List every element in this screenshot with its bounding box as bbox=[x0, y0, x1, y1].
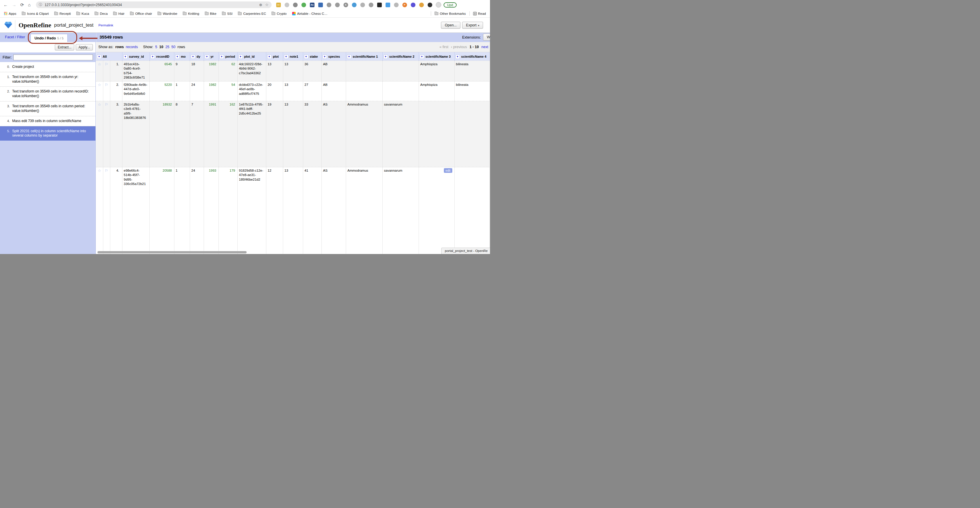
open-button[interactable]: Open... bbox=[441, 22, 460, 29]
bookmark-folder-deca[interactable]: Deca bbox=[95, 12, 108, 15]
reload-icon[interactable]: ⟳ bbox=[20, 2, 24, 8]
screenshot-extension-icon[interactable] bbox=[318, 3, 323, 7]
plant-extension-icon[interactable] bbox=[301, 3, 306, 7]
scroll-extension-icon[interactable] bbox=[285, 3, 289, 7]
skype-extension-icon[interactable]: S bbox=[344, 3, 348, 7]
magnifier-extension-icon[interactable] bbox=[360, 3, 365, 7]
bookmark-folder-hair[interactable]: Hair bbox=[113, 12, 124, 15]
cell-edit-button[interactable]: edit bbox=[444, 168, 452, 173]
bookmark-folder-kuca[interactable]: Kuca bbox=[76, 12, 89, 15]
tab-facet-filter[interactable]: Facet / Filter bbox=[5, 35, 25, 39]
reading-list[interactable]: Read bbox=[473, 12, 486, 15]
bookmark-folder-bike[interactable]: Bike bbox=[205, 12, 216, 15]
column-dropdown-icon[interactable]: ▾ bbox=[420, 54, 424, 59]
cell-species: AS bbox=[321, 167, 346, 254]
permalink-link[interactable]: Permalink bbox=[99, 24, 113, 27]
maps-extension-icon[interactable] bbox=[352, 3, 356, 7]
bookmark-folder-ssi[interactable]: SSI bbox=[222, 12, 233, 15]
column-dropdown-icon[interactable]: ▾ bbox=[323, 54, 327, 59]
pagination-next[interactable]: next bbox=[481, 45, 488, 49]
password-dots-extension-icon[interactable]: ••• bbox=[276, 3, 281, 7]
history-filter-input[interactable] bbox=[13, 54, 93, 60]
column-dropdown-icon[interactable]: ▾ bbox=[97, 54, 101, 59]
row-star-icon[interactable]: ☆ bbox=[96, 81, 103, 101]
move-extension-icon[interactable] bbox=[369, 3, 373, 7]
row-flag-icon[interactable]: ⚐ bbox=[103, 60, 110, 81]
zoom-icon[interactable]: ⊕ bbox=[259, 3, 262, 7]
forward-icon[interactable]: → bbox=[12, 2, 16, 7]
address-bar[interactable]: ⓘ 127.0.0.1:3333/project?project=2565240… bbox=[36, 2, 272, 8]
gear-extension-icon[interactable] bbox=[335, 3, 340, 7]
column-dropdown-icon[interactable]: ▾ bbox=[205, 54, 209, 59]
history-item-2[interactable]: 2.Text transform on 35549 cells in colum… bbox=[0, 86, 95, 101]
site-info-icon[interactable]: ⓘ bbox=[39, 2, 42, 7]
url-text[interactable]: 127.0.0.1:3333/project?project=256524010… bbox=[45, 3, 256, 7]
history-item-3[interactable]: 3.Text transform on 35549 cells in colum… bbox=[0, 101, 95, 116]
history-item-4[interactable]: 4.Mass edit 739 cells in column scientif… bbox=[0, 116, 95, 126]
other-bookmarks[interactable]: Other Bookmarks bbox=[434, 12, 466, 15]
column-dropdown-icon[interactable]: ▾ bbox=[455, 54, 460, 59]
key-extension-icon[interactable] bbox=[419, 3, 424, 7]
show-as-records[interactable]: records bbox=[126, 45, 138, 49]
profile-avatar[interactable] bbox=[436, 2, 441, 8]
bookmark-folder-knitting[interactable]: Knitting bbox=[183, 12, 199, 15]
bookmark-folder-crypto[interactable]: Crypto bbox=[272, 12, 286, 15]
openrefine-header: OpenRefine portal_project_test Permalink… bbox=[0, 18, 490, 33]
column-dropdown-icon[interactable]: ▾ bbox=[220, 54, 224, 59]
bookmark-folder-carpentries-ec[interactable]: Carpentries EC bbox=[238, 12, 266, 15]
puzzle-extension-icon[interactable] bbox=[428, 3, 432, 7]
pagination-first[interactable]: « first bbox=[439, 45, 449, 49]
row-flag-icon[interactable]: ⚐ bbox=[103, 81, 110, 101]
tab-undo-redo[interactable]: Undo / Redo 5 / 5 bbox=[30, 34, 68, 42]
home-icon[interactable]: ⌂ bbox=[28, 2, 31, 7]
bookmark-star-icon[interactable]: ☆ bbox=[265, 3, 269, 7]
dictionary-extension-icon[interactable]: Aa bbox=[310, 3, 315, 7]
show-as-rows[interactable]: rows bbox=[115, 45, 124, 49]
bookmark-apps[interactable]: Apps bbox=[4, 12, 16, 15]
column-dropdown-icon[interactable]: ▾ bbox=[123, 54, 128, 59]
history-item-1[interactable]: 1.Text transform on 35549 cells in colum… bbox=[0, 72, 95, 87]
row-star-icon[interactable]: ☆ bbox=[96, 101, 103, 167]
history-index: 4. bbox=[3, 119, 10, 123]
vpn-extension-icon[interactable] bbox=[394, 3, 399, 7]
pocket-extension-icon[interactable]: P bbox=[402, 3, 407, 7]
bookmark-folder-wardrobe[interactable]: Wardrobe bbox=[158, 12, 177, 15]
column-dropdown-icon[interactable]: ▾ bbox=[175, 54, 180, 59]
film-reel-extension-icon[interactable] bbox=[327, 3, 331, 7]
column-dropdown-icon[interactable]: ▾ bbox=[267, 54, 272, 59]
row-flag-icon[interactable]: ⚐ bbox=[103, 167, 110, 254]
extract-button[interactable]: Extract... bbox=[55, 44, 74, 51]
update-browser-button[interactable]: Upd bbox=[444, 2, 457, 8]
history-item-5[interactable]: 5.Split 20231 cell(s) in column scientif… bbox=[0, 126, 95, 141]
chat-extension-icon[interactable] bbox=[411, 3, 415, 7]
column-dropdown-icon[interactable]: ▾ bbox=[151, 54, 155, 59]
horizontal-scrollbar[interactable] bbox=[97, 251, 247, 253]
drive-extension-icon[interactable] bbox=[377, 3, 382, 7]
export-button[interactable]: Export▾ bbox=[462, 22, 483, 29]
bookmark-folder-recepti[interactable]: Recepti bbox=[54, 12, 71, 15]
wikidata-extension-button[interactable]: Wiki bbox=[483, 33, 490, 41]
history-item-0[interactable]: 0.Create project bbox=[0, 62, 95, 72]
row-flag-icon[interactable]: ⚐ bbox=[103, 101, 110, 167]
column-dropdown-icon[interactable]: ▾ bbox=[284, 54, 288, 59]
row-star-icon[interactable]: ☆ bbox=[96, 60, 103, 81]
column-dropdown-icon[interactable]: ▾ bbox=[239, 54, 243, 59]
pagination-previous[interactable]: ‹ previous bbox=[451, 45, 467, 49]
page-size-50[interactable]: 50 bbox=[172, 45, 175, 49]
page-size-5[interactable]: 5 bbox=[155, 45, 157, 49]
bookmark-airtable[interactable]: Airtable - Chess C… bbox=[292, 12, 328, 15]
column-dropdown-icon[interactable]: ▾ bbox=[191, 54, 195, 59]
column-dropdown-icon[interactable]: ▾ bbox=[383, 54, 388, 59]
eyedropper-extension-icon[interactable] bbox=[293, 3, 298, 7]
column-dropdown-icon[interactable]: ▾ bbox=[347, 54, 351, 59]
row-star-icon[interactable]: ☆ bbox=[96, 167, 103, 254]
back-icon[interactable]: ← bbox=[3, 2, 8, 7]
page-size-25[interactable]: 25 bbox=[165, 45, 169, 49]
window-extension-icon[interactable] bbox=[385, 3, 390, 7]
column-dropdown-icon[interactable]: ▾ bbox=[304, 54, 309, 59]
page-size-10[interactable]: 10 bbox=[159, 45, 163, 49]
column-label: stake bbox=[310, 55, 318, 58]
bookmark-folder-office-chair[interactable]: Office chair bbox=[130, 12, 152, 15]
apply-button[interactable]: Apply... bbox=[76, 44, 93, 51]
bookmark-folder-icons-clipart[interactable]: Icons & Clipart bbox=[22, 12, 49, 15]
